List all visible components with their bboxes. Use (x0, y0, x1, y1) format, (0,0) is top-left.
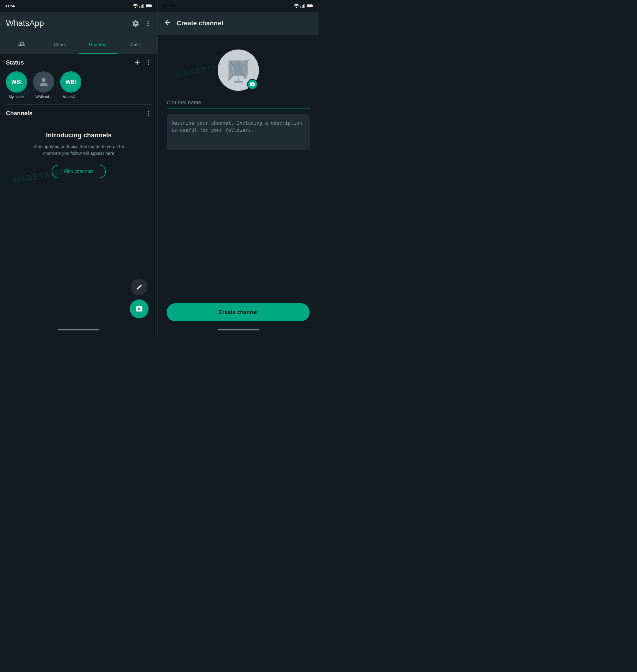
svg-rect-3 (143, 4, 144, 8)
whatsapp-wbi: WBI (61, 72, 80, 92)
svg-rect-0 (140, 6, 140, 8)
right-status-bar: 11:56 (158, 0, 318, 12)
svg-point-12 (148, 64, 149, 65)
wabeta-label: WABetal... (35, 95, 52, 99)
status-avatars: WBI My status WABetal... WBI WhatsA... (0, 69, 158, 104)
menu-button[interactable] (145, 20, 151, 27)
right-wifi-icon (294, 4, 299, 8)
channel-form (158, 100, 318, 150)
right-page-title: Create channel (177, 19, 223, 27)
right-bottom-bar (158, 325, 318, 336)
left-panel: 11:56 WhatsApp Chats Updates (0, 0, 158, 336)
left-status-bar: 11:56 (0, 0, 158, 12)
pencil-fab[interactable] (131, 279, 147, 295)
find-channels-button[interactable]: Find channels (52, 165, 106, 178)
whatsapp-avatar: WBI (60, 71, 81, 93)
header-icons (132, 20, 151, 27)
status-my-status[interactable]: WBI My status (6, 71, 27, 99)
svg-rect-21 (312, 5, 313, 6)
back-button[interactable] (164, 19, 171, 28)
channel-avatar-wrap (218, 50, 259, 91)
intro-title: Introducing channels (46, 131, 111, 139)
fab-container (130, 279, 149, 318)
tab-communities[interactable] (3, 35, 41, 54)
svg-point-7 (147, 21, 149, 22)
channel-description-textarea[interactable] (167, 114, 310, 150)
svg-rect-18 (303, 4, 304, 8)
channels-header: Channels (0, 105, 158, 120)
create-channel-button[interactable]: Create channel (167, 303, 310, 321)
left-status-icons (133, 4, 152, 8)
svg-rect-5 (151, 5, 152, 6)
battery-icon (146, 4, 152, 8)
svg-rect-22 (307, 5, 312, 7)
wabeta-avatar (33, 71, 54, 93)
svg-point-15 (148, 115, 149, 116)
svg-rect-19 (304, 4, 305, 8)
wifi-icon (133, 4, 138, 8)
left-bottom-indicator (58, 329, 99, 331)
my-status-label: My status (9, 95, 24, 99)
svg-rect-16 (301, 6, 302, 8)
status-wabeta[interactable]: WABetal... (33, 71, 54, 99)
avatar-camera-badge[interactable] (247, 79, 258, 90)
channels-menu-button[interactable] (145, 110, 151, 117)
channel-avatar-section (158, 35, 318, 100)
right-panel: 11:56 Create channel CWABETAINFO (158, 0, 318, 336)
status-menu-button[interactable] (145, 59, 151, 66)
channel-name-input[interactable] (167, 100, 310, 106)
create-channel-btn-wrap: Create channel (167, 303, 310, 321)
camera-fab[interactable] (130, 299, 149, 318)
svg-point-8 (147, 23, 149, 24)
left-time: 11:56 (5, 4, 15, 8)
right-header: Create channel (158, 12, 318, 35)
svg-point-14 (148, 113, 149, 114)
tab-updates[interactable]: Updates (79, 35, 117, 54)
app-title: WhatsApp (6, 19, 44, 28)
svg-rect-6 (146, 5, 151, 7)
tabs-bar: Chats Updates Calls (0, 35, 158, 54)
right-battery-icon (307, 4, 313, 8)
status-actions (134, 59, 151, 66)
right-time: 11:56 (163, 3, 175, 8)
add-status-button[interactable] (134, 59, 141, 66)
communities-icon (18, 40, 26, 49)
my-status-wbi: WBI (7, 72, 26, 92)
whatsapp-label: WhatsA... (63, 95, 78, 99)
app-header: WhatsApp (0, 12, 158, 35)
right-bottom-indicator (218, 329, 259, 331)
svg-point-13 (148, 111, 149, 112)
right-signal-icon (301, 4, 305, 8)
channel-name-field-wrap (167, 100, 310, 109)
svg-point-10 (148, 60, 149, 61)
calls-label: Calls (130, 42, 141, 47)
signal-icon (140, 4, 144, 8)
updates-label: Updates (89, 42, 107, 47)
channels-title: Channels (6, 110, 33, 117)
svg-rect-1 (141, 5, 142, 8)
tab-chats[interactable]: Chats (41, 35, 79, 54)
svg-rect-2 (142, 4, 143, 8)
tab-calls[interactable]: Calls (117, 35, 155, 54)
svg-point-9 (147, 25, 149, 26)
camera-button[interactable] (132, 20, 139, 27)
svg-rect-17 (302, 5, 303, 8)
svg-point-11 (148, 62, 149, 63)
wabeta-person-icon (34, 72, 53, 92)
left-bottom-bar (0, 325, 158, 336)
status-whatsapp[interactable]: WBI WhatsA... (60, 71, 81, 99)
status-section-header: Status (0, 54, 158, 69)
chats-label: Chats (54, 42, 66, 47)
intro-desc: Stay updated on topics that matter to yo… (32, 143, 126, 156)
right-status-icons (294, 4, 313, 8)
status-title: Status (6, 59, 24, 66)
my-status-avatar: WBI (6, 71, 27, 93)
